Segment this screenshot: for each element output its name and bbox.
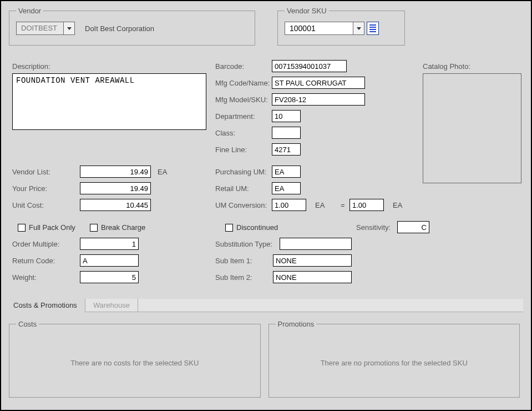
discontinued-checkbox[interactable] (225, 224, 233, 232)
your-price-label: Your Price: (12, 184, 47, 193)
um-conversion-label: UM Conversion: (215, 201, 267, 209)
tab-costs-promotions[interactable]: Costs & Promotions (6, 299, 85, 312)
retail-um-input[interactable] (272, 182, 301, 194)
um-conv-b-unit: EA (393, 201, 402, 209)
tab-costs-promotions-label: Costs & Promotions (13, 301, 77, 309)
description-textarea[interactable] (12, 73, 206, 130)
purchasing-um-input[interactable] (272, 166, 301, 178)
vendor-sku-group: Vendor SKU 100001 (277, 7, 405, 46)
return-code-label: Return Code: (12, 257, 55, 265)
class-label: Class: (215, 129, 235, 137)
vendor-sku-detail-panel: Vendor DOITBEST DoIt Best Corporation Ve… (0, 0, 532, 411)
vendor-combo-dropdown-button[interactable] (63, 22, 74, 34)
vendor-sku-combo-text: 100001 (285, 22, 353, 34)
um-conv-a-unit: EA (315, 201, 325, 209)
vendor-combo-text: DOITBEST (17, 22, 63, 34)
catalog-photo-box (423, 73, 521, 183)
vendor-combo[interactable]: DOITBEST (16, 22, 75, 35)
no-promotions-text: There are no promotions for the selected… (321, 359, 468, 367)
department-label: Department: (215, 112, 255, 121)
catalog-photo-label: Catalog Photo: (423, 62, 470, 71)
break-charge-label: Break Charge (101, 223, 145, 232)
costs-legend: Costs (16, 320, 39, 328)
equals-label: = (341, 201, 345, 209)
sub-item2-label: Sub Item 2: (215, 273, 252, 282)
barcode-input[interactable] (272, 60, 347, 72)
sensitivity-label: Sensitivity: (356, 223, 391, 232)
sensitivity-input[interactable] (397, 221, 429, 233)
vendor-sku-combo[interactable]: 100001 (285, 22, 364, 35)
bottom-tabs: Costs & Promotions Warehouse Costs There… (6, 299, 523, 398)
fine-line-label: Fine Line: (215, 146, 247, 154)
vendor-list-unit: EA (158, 168, 167, 176)
costs-group: Costs There are no costs for the selecte… (9, 320, 261, 398)
full-pack-label: Full Pack Only (29, 223, 75, 232)
return-code-input[interactable] (80, 254, 139, 267)
break-charge-checkbox[interactable] (90, 224, 98, 232)
purchasing-um-label: Purchasing UM: (215, 168, 266, 176)
barcode-label: Barcode: (215, 62, 244, 71)
mfg-code-label: Mfg Code/Name: (215, 79, 270, 87)
weight-input[interactable] (80, 271, 139, 283)
order-multiple-label: Order Multiple: (12, 240, 59, 248)
chevron-down-icon (357, 27, 361, 30)
department-input[interactable] (272, 110, 301, 122)
mfg-model-input[interactable] (272, 93, 365, 106)
tab-warehouse-label: Warehouse (93, 301, 130, 309)
sub-item1-input[interactable] (273, 254, 352, 267)
um-conv-b-input[interactable] (349, 199, 384, 211)
substitution-type-label: Substitution Type: (215, 240, 272, 248)
vendor-sku-dropdown-button[interactable] (353, 22, 364, 34)
tab-warehouse[interactable]: Warehouse (85, 299, 138, 312)
mfg-model-label: Mfg Model/SKU: (215, 96, 268, 104)
vendor-list-input[interactable] (80, 166, 151, 178)
description-label: Description: (12, 62, 50, 71)
sku-list-button[interactable] (367, 22, 379, 35)
full-pack-checkbox[interactable] (18, 224, 26, 232)
class-input[interactable] (272, 127, 301, 139)
sub-item1-label: Sub Item 1: (215, 257, 252, 265)
fine-line-input[interactable] (272, 143, 301, 156)
promotions-group: Promotions There are no promotions for t… (268, 320, 520, 398)
discontinued-label: Discontinued (236, 223, 278, 232)
order-multiple-input[interactable] (80, 238, 139, 250)
mfg-code-input[interactable] (272, 77, 365, 89)
promotions-legend: Promotions (276, 320, 317, 328)
unit-cost-input[interactable] (80, 199, 151, 211)
um-conv-a-input[interactable] (272, 199, 306, 211)
vendor-legend: Vendor (16, 7, 43, 15)
vendor-sku-legend: Vendor SKU (285, 7, 329, 15)
list-icon (369, 24, 376, 32)
no-costs-text: There are no costs for the selected SKU (70, 359, 199, 367)
substitution-type-input[interactable] (280, 238, 352, 250)
sub-item2-input[interactable] (273, 271, 352, 283)
weight-label: Weight: (12, 273, 37, 282)
vendor-group: Vendor DOITBEST DoIt Best Corporation (9, 7, 255, 46)
vendor-list-label: Vendor List: (12, 168, 50, 176)
chevron-down-icon (67, 27, 72, 30)
vendor-name-label: DoIt Best Corporation (85, 24, 154, 33)
retail-um-label: Retail UM: (215, 184, 249, 193)
your-price-input[interactable] (80, 182, 151, 194)
unit-cost-label: Unit Cost: (12, 201, 44, 209)
